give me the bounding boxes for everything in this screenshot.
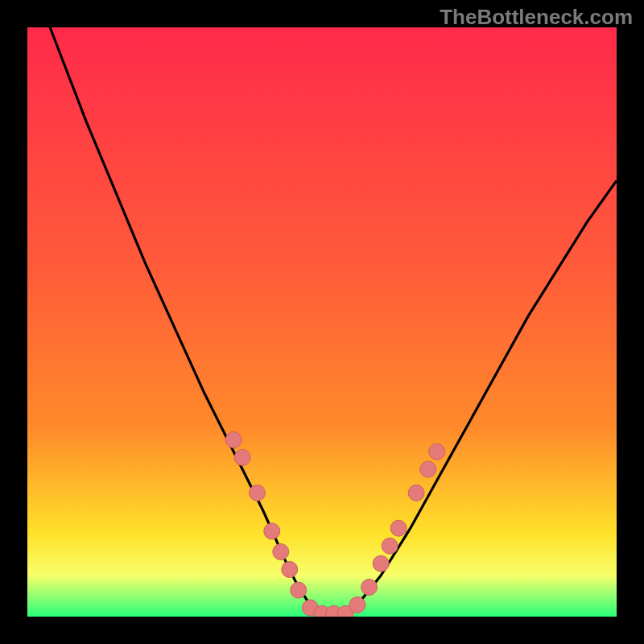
curve-dot	[234, 449, 250, 465]
curve-dot	[390, 520, 407, 536]
watermark-text: TheBottleneck.com	[440, 5, 633, 30]
curve-dot	[408, 485, 424, 501]
curve-dot	[361, 579, 378, 595]
curve-dot	[429, 444, 445, 460]
curve-dot	[249, 485, 265, 501]
curve-dot	[373, 555, 389, 572]
chart-frame: TheBottleneck.com	[0, 0, 644, 644]
curve-dot	[420, 461, 436, 477]
curve-dot	[282, 561, 298, 577]
plot-area	[27, 27, 617, 617]
curve-dot	[291, 582, 307, 598]
curve-dot	[382, 538, 398, 554]
curve-dot	[273, 543, 289, 559]
gradient-background	[27, 27, 617, 617]
curve-dot	[225, 431, 242, 448]
curve-dot	[349, 597, 365, 613]
curve-dot	[264, 523, 280, 539]
bottleneck-chart	[27, 27, 617, 617]
